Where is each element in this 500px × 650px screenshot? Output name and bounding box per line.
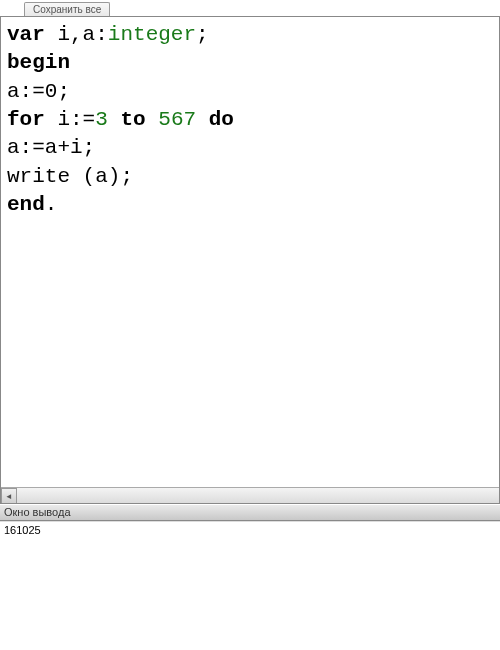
output-empty-area bbox=[0, 539, 500, 649]
code-text: write (a); bbox=[7, 165, 133, 188]
code-text: i:= bbox=[45, 108, 95, 131]
keyword-var: var bbox=[7, 23, 45, 46]
output-panel: Окно вывода 161025 bbox=[0, 504, 500, 650]
type-integer: integer bbox=[108, 23, 196, 46]
code-text: . bbox=[45, 193, 58, 216]
output-panel-header: Окно вывода bbox=[0, 504, 500, 521]
horizontal-scrollbar[interactable]: ◄ bbox=[1, 487, 499, 503]
code-text bbox=[108, 108, 121, 131]
code-text bbox=[146, 108, 159, 131]
code-text: i,a: bbox=[45, 23, 108, 46]
code-editor[interactable]: var i,a:integer; begin a:=0; for i:=3 to… bbox=[1, 17, 499, 223]
output-value: 161025 bbox=[0, 521, 500, 539]
number-literal: 567 bbox=[158, 108, 196, 131]
keyword-end: end bbox=[7, 193, 45, 216]
code-editor-container: var i,a:integer; begin a:=0; for i:=3 to… bbox=[0, 16, 500, 504]
scroll-left-arrow-icon[interactable]: ◄ bbox=[1, 488, 17, 504]
keyword-for: for bbox=[7, 108, 45, 131]
keyword-begin: begin bbox=[7, 51, 70, 74]
code-text: ; bbox=[196, 23, 209, 46]
code-text: a:=a+i; bbox=[7, 136, 95, 159]
code-text bbox=[196, 108, 209, 131]
code-text: a:=0; bbox=[7, 80, 70, 103]
tab-bar: Сохранить все bbox=[24, 0, 110, 18]
number-literal: 3 bbox=[95, 108, 108, 131]
keyword-do: do bbox=[209, 108, 234, 131]
tab-save-all[interactable]: Сохранить все bbox=[24, 2, 110, 16]
keyword-to: to bbox=[120, 108, 145, 131]
